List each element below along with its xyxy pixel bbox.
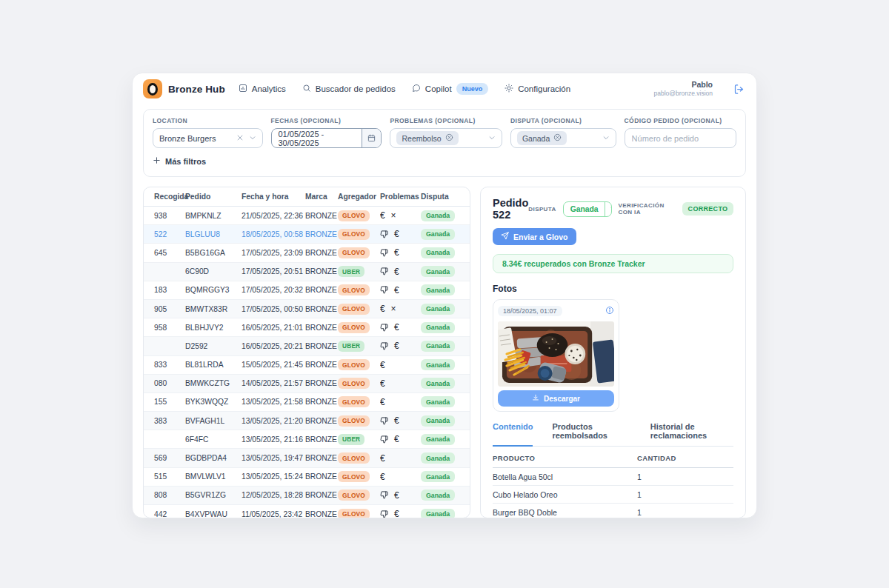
- aggregator-badge: GLOVO: [338, 415, 370, 427]
- order-photo[interactable]: [498, 321, 614, 387]
- app-window: Bronze Hub Analytics Buscador de pedidos…: [132, 73, 757, 518]
- cell-fecha: 21/05/2025, 22:36: [242, 207, 305, 225]
- verification-label: VERIFICACIÓN CON IA: [619, 202, 676, 216]
- verification-badge: CORRECTO: [682, 202, 734, 216]
- cell-marca: BRONZE: [305, 467, 338, 486]
- thumb-down-icon: [380, 286, 388, 294]
- cell-agregador: GLOVO: [338, 505, 380, 519]
- cell-recogida: [144, 262, 185, 281]
- user-info: Pablo pablo@bronze.vision: [653, 80, 713, 98]
- tab-productos-reembolsados[interactable]: Productos reembolsados: [552, 422, 630, 446]
- thumb-down-icon: [380, 491, 388, 499]
- dispute-status-select[interactable]: Ganada: [563, 201, 612, 217]
- nav-item-copilot[interactable]: Copilot Nuevo: [412, 83, 488, 95]
- table-row[interactable]: 515 BMVLWLV1 13/05/2025, 15:24 BRONZE GL…: [144, 467, 470, 486]
- cell-disputa: Ganada: [421, 486, 470, 504]
- table-row[interactable]: 442 B4XVPWAU 11/05/2025, 23:42 BRONZE GL…: [144, 505, 470, 519]
- cell-agregador: UBER: [338, 337, 380, 355]
- euro-icon: €: [394, 415, 399, 426]
- clear-icon[interactable]: [236, 134, 244, 143]
- aggregator-badge: UBER: [338, 341, 364, 352]
- dispute-badge: Ganada: [421, 229, 455, 240]
- cell-fecha: 17/05/2025, 23:09: [242, 244, 305, 262]
- cell-disputa: Ganada: [421, 412, 470, 430]
- cell-agregador: GLOVO: [338, 225, 380, 244]
- table-row[interactable]: 155 BYK3WQQZ 13/05/2025, 21:58 BRONZE GL…: [144, 392, 470, 411]
- table-row[interactable]: 6C90D 17/05/2025, 20:51 BRONZE UBER € × …: [144, 262, 470, 281]
- chevron-down-icon: [488, 134, 496, 143]
- send-to-glovo-button[interactable]: Enviar a Glovo: [493, 228, 576, 245]
- table-row[interactable]: 6F4FC 13/05/2025, 21:16 BRONZE UBER € × …: [144, 430, 470, 449]
- order-code-input[interactable]: [625, 128, 736, 148]
- product-row: Botella Agua 50cl 1: [493, 468, 733, 486]
- cell-fecha: 16/05/2025, 21:01: [242, 318, 305, 337]
- calendar-icon[interactable]: [362, 129, 381, 147]
- send-icon: [501, 232, 509, 241]
- tab-historial-reclamaciones[interactable]: Historial de reclamaciones: [650, 422, 733, 446]
- euro-icon: €: [394, 267, 399, 277]
- euro-icon: €: [380, 304, 385, 314]
- cell-producto: Botella Agua 50cl: [493, 468, 637, 486]
- product-row: Burger BBQ Doble 1: [493, 504, 733, 519]
- table-row[interactable]: 905 BMWTX83R 17/05/2025, 00:50 BRONZE GL…: [144, 299, 470, 318]
- table-row[interactable]: 080 BMWKCZTG 14/05/2025, 21:57 BRONZE GL…: [144, 374, 470, 392]
- cell-pedido: B5GVR1ZG: [185, 486, 242, 504]
- table-row[interactable]: 645 B5BG16GA 17/05/2025, 23:09 BRONZE GL…: [144, 244, 470, 262]
- aggregator-badge: UBER: [338, 266, 364, 277]
- cell-disputa: Ganada: [421, 430, 470, 449]
- cell-disputa: Ganada: [421, 355, 470, 374]
- euro-icon: €: [394, 434, 399, 444]
- cell-marca: BRONZE: [305, 355, 338, 374]
- table-row[interactable]: 383 BVFAGH1L 13/05/2025, 21:20 BRONZE GL…: [144, 412, 470, 430]
- cell-recogida: 155: [144, 392, 185, 411]
- nav-item-configuracion[interactable]: Configuración: [505, 84, 570, 94]
- cell-pedido: 6F4FC: [185, 430, 242, 449]
- cell-recogida: 808: [144, 486, 185, 504]
- download-icon: [532, 394, 539, 403]
- problems-select[interactable]: Reembolso: [390, 128, 502, 148]
- more-filters-button[interactable]: Más filtros: [153, 156, 206, 166]
- download-button[interactable]: Descargar: [498, 390, 614, 407]
- cell-problemas: € ×: [380, 467, 421, 486]
- dispute-badge: Ganada: [421, 396, 455, 407]
- cell-problemas: € ×: [380, 262, 421, 281]
- table-row[interactable]: 808 B5GVR1ZG 12/05/2025, 18:28 BRONZE GL…: [144, 486, 470, 504]
- nav-item-buscador[interactable]: Buscador de pedidos: [302, 84, 396, 94]
- table-row[interactable]: 569 BGDBPDA4 13/05/2025, 19:47 BRONZE GL…: [144, 449, 470, 467]
- col-disputa: Disputa: [421, 187, 470, 207]
- cell-disputa: Ganada: [421, 337, 470, 355]
- table-row[interactable]: 522 BLGLUU8 18/05/2025, 00:58 BRONZE GLO…: [144, 225, 470, 244]
- nav-item-analytics[interactable]: Analytics: [239, 84, 286, 94]
- cell-marca: BRONZE: [305, 430, 338, 449]
- tab-contenido[interactable]: Contenido: [493, 422, 533, 447]
- table-row[interactable]: 183 BQMRGGY3 17/05/2025, 20:32 BRONZE GL…: [144, 281, 470, 299]
- table-row[interactable]: 833 BL81LRDA 15/05/2025, 21:45 BRONZE GL…: [144, 355, 470, 374]
- aggregator-badge: GLOVO: [338, 359, 370, 370]
- remove-chip-icon[interactable]: [445, 133, 453, 143]
- aggregator-badge: GLOVO: [338, 452, 370, 464]
- cell-agregador: GLOVO: [338, 281, 380, 299]
- remove-chip-icon[interactable]: [553, 133, 562, 143]
- table-row[interactable]: 938 BMPKNLZ 21/05/2025, 22:36 BRONZE GLO…: [144, 207, 470, 225]
- plus-icon: [153, 156, 161, 166]
- dispute-select[interactable]: Ganada: [510, 128, 616, 148]
- table-row[interactable]: 958 BLBHJVY2 16/05/2025, 21:01 BRONZE GL…: [144, 318, 470, 337]
- aggregator-badge: GLOVO: [338, 210, 370, 221]
- thumb-down-icon: [380, 510, 388, 518]
- cell-disputa: Ganada: [421, 244, 470, 262]
- location-select[interactable]: Bronze Burgers: [153, 128, 263, 148]
- chevron-down-icon: [602, 134, 610, 143]
- date-range-input[interactable]: 01/05/2025 - 30/05/2025: [271, 128, 382, 148]
- cell-pedido: BMWTX83R: [185, 299, 242, 318]
- info-icon[interactable]: [605, 304, 614, 318]
- cell-agregador: GLOVO: [338, 449, 380, 467]
- table-row[interactable]: D2592 16/05/2025, 20:21 BRONZE UBER € × …: [144, 337, 470, 355]
- cell-marca: BRONZE: [305, 505, 338, 519]
- logout-icon[interactable]: [733, 84, 745, 95]
- aggregator-badge: GLOVO: [338, 378, 370, 389]
- products-table: PRODUCTO CANTIDAD Botella Agua 50cl 1 Cu…: [493, 448, 733, 518]
- aggregator-badge: GLOVO: [338, 490, 370, 501]
- cell-recogida: 833: [144, 355, 185, 374]
- brand[interactable]: Bronze Hub: [143, 79, 225, 98]
- aggregator-badge: GLOVO: [338, 396, 370, 407]
